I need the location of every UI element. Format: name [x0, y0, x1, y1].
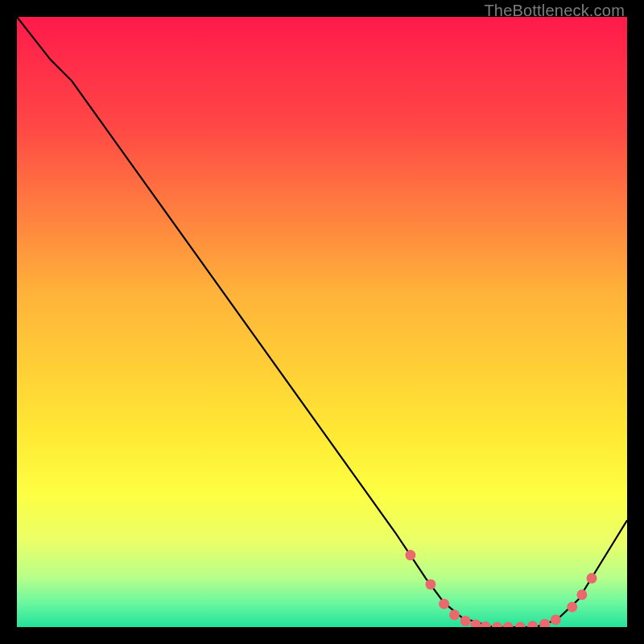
curve-marker [405, 550, 415, 560]
curve-marker [551, 614, 561, 625]
bottleneck-curve-chart [17, 17, 627, 627]
curve-marker [576, 589, 587, 600]
curve-marker [449, 609, 460, 620]
attribution-label: TheBottleneck.com [484, 2, 625, 20]
chart-frame [17, 17, 627, 627]
curve-marker [439, 599, 449, 609]
curve-marker [460, 616, 471, 626]
gradient-background [17, 17, 627, 627]
curve-marker [567, 601, 577, 612]
curve-marker [425, 579, 436, 589]
curve-marker [587, 573, 597, 584]
